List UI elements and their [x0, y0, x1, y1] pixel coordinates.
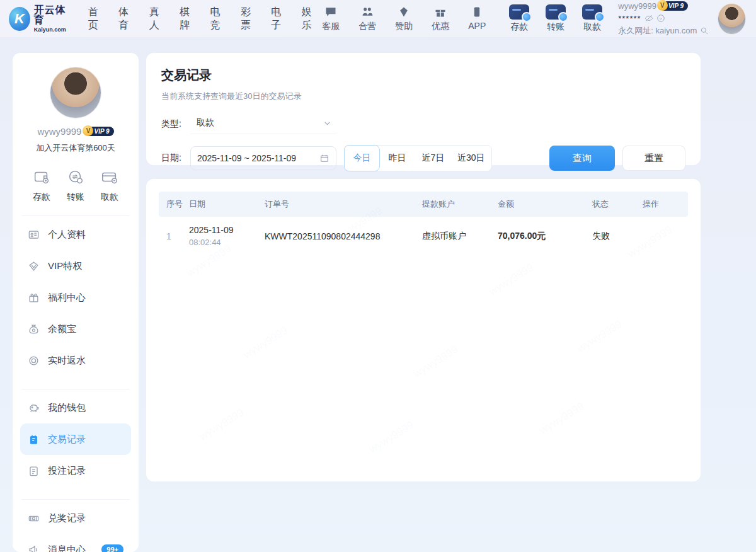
calendar-icon	[319, 153, 329, 163]
sidebar-item-profile[interactable]: 个人资料	[20, 219, 131, 250]
sidebar-item-prizes[interactable]: 兑奖记录	[20, 502, 131, 534]
sidebar-item-welfare[interactable]: 福利中心	[20, 282, 131, 313]
col-index: 序号	[159, 198, 189, 210]
table-header: 序号 日期 订单号 提款账户 金额 状态 操作	[159, 192, 688, 217]
magnifier-icon[interactable]	[700, 26, 709, 35]
header-money-actions: 存款 转账 取款	[506, 4, 605, 33]
chat-icon	[324, 6, 337, 18]
records-table-card: wywy9999 wywy9999 wywy9999 wywy9999 wywy…	[146, 179, 701, 481]
date-label: 日期:	[161, 152, 190, 164]
bank-card-icon	[100, 168, 119, 187]
col-amount: 金额	[498, 198, 592, 210]
customer-service-button[interactable]: 客服	[318, 6, 343, 32]
transfer-card-icon	[546, 4, 566, 20]
quick-date-30days[interactable]: 近30日	[451, 146, 491, 171]
quick-date-7days[interactable]: 近7日	[415, 146, 451, 171]
user-avatar[interactable]	[718, 3, 746, 35]
nav-cards[interactable]: 棋牌	[180, 6, 196, 32]
eye-off-icon[interactable]	[644, 14, 653, 23]
message-count-badge: 99+	[101, 544, 123, 552]
partner-button[interactable]: 合营	[355, 6, 380, 32]
row-index: 1	[159, 231, 189, 241]
quick-date-today[interactable]: 今日	[344, 145, 380, 171]
row-date: 2025-11-09 08:02:44	[189, 224, 265, 248]
main-nav: 首页 体育 真人 棋牌 电竞 彩票 电子 娱乐	[88, 6, 318, 32]
refresh-balance-icon[interactable]	[656, 14, 665, 23]
nav-sports[interactable]: 体育	[118, 6, 135, 32]
app-download-button[interactable]: APP	[464, 6, 490, 32]
sidebar-item-messages[interactable]: 消息中心 99+	[20, 534, 131, 552]
vip-diamond-icon	[28, 260, 40, 272]
page-title: 交易记录	[161, 67, 685, 84]
brand-logo[interactable]: K 开云体育 Kaiyun.com	[9, 5, 72, 33]
row-status: 失败	[592, 231, 643, 242]
row-amount: 70,076.00元	[498, 231, 592, 242]
top-bar: K 开云体育 Kaiyun.com 首页 体育 真人 棋牌 电竞 彩票 电子 娱…	[0, 0, 756, 38]
quick-date-yesterday[interactable]: 昨日	[379, 146, 415, 171]
masked-balance: ******	[618, 13, 641, 25]
chevron-down-icon	[323, 119, 331, 127]
sidebar-item-yuebao[interactable]: 余额宝	[20, 313, 131, 345]
permanent-url: 永久网址: kaiyun.com	[618, 25, 697, 37]
nav-slots[interactable]: 电子	[271, 6, 287, 32]
exchange-icon	[66, 168, 85, 187]
deposit-card-icon	[509, 4, 529, 20]
vip-badge: VIP 9	[660, 1, 688, 11]
welfare-gift-icon	[28, 292, 40, 304]
nav-entertainment[interactable]: 娱乐	[302, 6, 318, 32]
username: wywy9999	[618, 1, 656, 12]
sidebar-transfer-button[interactable]: 转账	[60, 168, 91, 203]
sidebar-menu-records: 我的钱包 交易记录 投注记录	[20, 392, 131, 486]
promo-button[interactable]: 优惠	[428, 6, 453, 32]
col-account: 提款账户	[422, 198, 498, 210]
type-select[interactable]: 取款	[190, 113, 336, 134]
sidebar-withdraw-button[interactable]: 取款	[94, 168, 125, 203]
brand-domain: Kaiyun.com	[34, 27, 72, 33]
page-subtitle: 当前系统支持查询最近30日的交易记录	[161, 91, 685, 102]
quick-date-group: 今日 昨日 近7日 近30日	[344, 145, 492, 171]
gift-icon	[434, 6, 447, 18]
profile-username: wywy9999	[37, 126, 81, 137]
nav-live[interactable]: 真人	[149, 6, 166, 32]
sponsor-button[interactable]: 赞助	[391, 6, 416, 32]
sidebar-divider	[21, 499, 130, 500]
sidebar: wywy9999 VIP 9 加入开云体育第600天 存款 转账 取款 个人资料…	[13, 53, 139, 552]
piggy-bank-icon	[28, 402, 40, 414]
transaction-record-icon	[28, 434, 40, 446]
id-card-icon	[28, 229, 40, 241]
user-info: wywy9999 VIP 9 ****** 永久网址: kaiyun.com	[618, 1, 709, 37]
sidebar-item-bets[interactable]: 投注记录	[20, 455, 131, 486]
nav-home[interactable]: 首页	[88, 6, 105, 32]
sidebar-divider	[21, 389, 130, 389]
col-date: 日期	[189, 198, 265, 210]
reset-button[interactable]: 重置	[622, 146, 685, 171]
sidebar-menu: 个人资料 VIP特权 福利中心 余额宝 实时返水	[20, 219, 131, 376]
transfer-button[interactable]: 转账	[542, 4, 569, 33]
brand-logo-icon: K	[9, 7, 30, 31]
col-order: 订单号	[265, 198, 422, 210]
wallet-icon	[32, 168, 51, 187]
people-icon	[361, 6, 374, 18]
sidebar-item-vip[interactable]: VIP特权	[20, 250, 131, 282]
profile-avatar[interactable]	[50, 67, 101, 118]
deposit-button[interactable]: 存款	[506, 4, 532, 33]
profile-vip-badge: VIP 9	[85, 127, 113, 136]
withdraw-card-icon	[582, 4, 602, 20]
rebate-icon	[28, 355, 40, 367]
sidebar-item-transactions[interactable]: 交易记录	[20, 423, 131, 455]
nav-lottery[interactable]: 彩票	[241, 6, 257, 32]
sidebar-item-wallet[interactable]: 我的钱包	[20, 392, 131, 423]
sidebar-deposit-button[interactable]: 存款	[26, 168, 57, 203]
filter-card: 交易记录 当前系统支持查询最近30日的交易记录 类型: 取款 日期: 2025-…	[146, 53, 701, 165]
row-account: 虚拟币账户	[422, 231, 498, 242]
brand-name: 开云体育	[34, 5, 72, 25]
sidebar-item-rebate[interactable]: 实时返水	[20, 345, 131, 376]
col-action: 操作	[643, 198, 688, 210]
col-status: 状态	[592, 198, 643, 210]
date-range-input[interactable]: 2025-11-09 ~ 2025-11-09	[190, 146, 336, 170]
withdraw-button[interactable]: 取款	[579, 4, 605, 33]
table-row: 1 2025-11-09 08:02:44 KWWT20251109080244…	[159, 217, 688, 256]
nav-esports[interactable]: 电竞	[210, 6, 227, 32]
search-button[interactable]: 查询	[549, 146, 615, 171]
sidebar-menu-other: 兑奖记录 消息中心 99+	[20, 502, 131, 552]
